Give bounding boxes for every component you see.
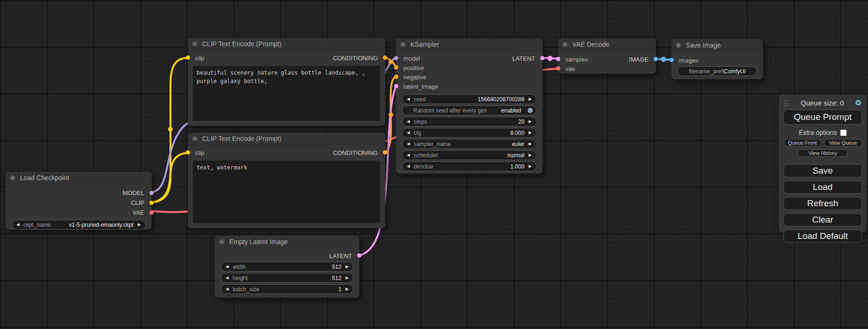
widget-denoise[interactable]: ◀ denoise 1.000 ▶	[402, 161, 536, 171]
input-port-negative[interactable]	[394, 75, 398, 79]
node-title-bar[interactable]: KSampler	[396, 38, 543, 51]
view-queue-button[interactable]: View Queue	[824, 139, 862, 147]
stepper-left-icon[interactable]: ◀	[407, 97, 410, 101]
widget-seed[interactable]: ◀ seed 156680208700286 ▶	[402, 94, 536, 104]
stepper-left-icon[interactable]: ◀	[407, 142, 410, 146]
drag-handle-icon[interactable]	[784, 100, 785, 101]
stepper-left-icon[interactable]: ◀	[226, 287, 229, 291]
node-title-bar[interactable]: Empty Latent Image	[215, 236, 360, 248]
gear-icon[interactable]	[854, 99, 862, 106]
input-port-positive[interactable]	[394, 65, 398, 70]
widget-sampler-name[interactable]: ◀ sampler_name euler ▶	[402, 139, 536, 149]
output-port-vae[interactable]	[149, 210, 154, 215]
prompt-textarea[interactable]: text, watermark	[193, 161, 380, 223]
stepper-right-icon[interactable]: ▶	[529, 97, 532, 101]
input-port-clip[interactable]	[186, 150, 190, 154]
widget-cfg[interactable]: ◀ cfg 8.000 ▶	[402, 128, 536, 138]
widget-width[interactable]: ◀ width 512 ▶	[221, 262, 353, 272]
collapse-dot[interactable]	[192, 136, 197, 141]
output-port-latent[interactable]	[540, 56, 544, 60]
node-title: Load Checkpoint	[20, 174, 69, 182]
output-label-latent: LATENT	[512, 55, 535, 62]
output-port-conditioning[interactable]	[383, 56, 387, 60]
toggle-indicator[interactable]	[528, 108, 533, 113]
queue-front-button[interactable]: Queue Front	[783, 139, 821, 147]
collapse-dot[interactable]	[192, 42, 197, 46]
prompt-textarea[interactable]: beautiful scenery nature glass bottle la…	[193, 66, 380, 121]
node-ksampler[interactable]: KSampler model LATENT positive negative …	[396, 38, 543, 174]
stepper-left-icon[interactable]: ◀	[407, 119, 410, 124]
stepper-right-icon[interactable]: ▶	[529, 142, 532, 146]
output-port-latent[interactable]	[357, 253, 361, 258]
link-dot	[168, 127, 173, 132]
node-title-bar[interactable]: Save Image	[671, 39, 763, 52]
collapse-dot[interactable]	[401, 42, 405, 47]
extra-options-checkbox[interactable]	[840, 130, 847, 136]
node-title-bar[interactable]: CLIP Text Encode (Prompt)	[188, 133, 385, 145]
node-title: Empty Latent Image	[229, 238, 288, 245]
load-button[interactable]: Load	[783, 181, 862, 194]
node-save-image[interactable]: Save Image images filename_prefix ComfyU…	[671, 39, 763, 79]
stepper-right-icon[interactable]: ▶	[529, 131, 532, 135]
input-label-vae: vae	[565, 65, 575, 72]
stepper-left-icon[interactable]: ◀	[407, 164, 410, 168]
output-label-image: IMAGE	[629, 56, 649, 63]
view-history-button[interactable]: View History	[798, 149, 847, 157]
link-dot	[661, 57, 666, 62]
node-clip-text-encode-negative[interactable]: CLIP Text Encode (Prompt) clip CONDITION…	[188, 133, 385, 228]
widget-ckpt-name[interactable]: ◀ ckpt_name v1-5-pruned-emaonly.ckpt ▶	[12, 220, 146, 230]
stepper-right-icon[interactable]: ▶	[346, 276, 349, 280]
widget-height[interactable]: ◀ height 512 ▶	[221, 273, 353, 283]
stepper-right-icon[interactable]: ▶	[529, 164, 532, 168]
node-title-bar[interactable]: Load Checkpoint	[6, 172, 152, 184]
input-port-images[interactable]	[670, 58, 674, 62]
widget-batch-size[interactable]: ◀ batch_size 1 ▶	[221, 284, 353, 294]
node-load-checkpoint[interactable]: Load Checkpoint MODEL CLIP VAE ◀ ckpt_na…	[6, 172, 152, 230]
input-label-model: model	[403, 55, 420, 62]
save-button[interactable]: Save	[783, 164, 862, 177]
output-label-clip: CLIP	[131, 199, 144, 206]
output-port-conditioning[interactable]	[383, 150, 387, 154]
output-port-clip[interactable]	[149, 201, 154, 205]
graph-canvas[interactable]: Load Checkpoint MODEL CLIP VAE ◀ ckpt_na…	[0, 0, 868, 329]
node-title-bar[interactable]: CLIP Text Encode (Prompt)	[188, 38, 385, 50]
clear-button[interactable]: Clear	[783, 213, 862, 226]
collapse-dot[interactable]	[676, 43, 681, 48]
input-port-model[interactable]	[394, 56, 398, 60]
stepper-right-icon[interactable]: ▶	[346, 265, 349, 269]
stepper-left-icon[interactable]: ◀	[226, 265, 229, 269]
stepper-left-icon[interactable]: ◀	[16, 223, 20, 227]
stepper-right-icon[interactable]: ▶	[138, 223, 141, 227]
output-label-conditioning: CONDITIONING	[333, 55, 378, 62]
widget-scheduler[interactable]: ◀ scheduler normal ▶	[402, 150, 536, 160]
input-port-vae[interactable]	[556, 66, 560, 70]
stepper-right-icon[interactable]: ▶	[529, 119, 532, 124]
widget-filename-prefix[interactable]: filename_prefix ComfyUI	[677, 66, 757, 76]
widget-random-seed-toggle[interactable]: Random seed after every gen enabled	[402, 105, 536, 115]
stepper-right-icon[interactable]: ▶	[529, 153, 532, 157]
refresh-button[interactable]: Refresh	[783, 197, 862, 210]
node-empty-latent-image[interactable]: Empty Latent Image LATENT ◀ width 512 ▶ …	[215, 236, 360, 298]
node-title-bar[interactable]: VAE Decode	[558, 38, 656, 51]
input-port-latent-image[interactable]	[394, 84, 398, 88]
node-vae-decode[interactable]: VAE Decode samples IMAGE vae	[558, 38, 656, 74]
collapse-dot[interactable]	[219, 239, 224, 244]
widget-steps[interactable]: ◀ steps 20 ▶	[402, 117, 536, 126]
output-port-image[interactable]	[654, 57, 658, 61]
input-label-negative: negative	[403, 74, 426, 81]
collapse-dot[interactable]	[563, 42, 567, 47]
node-title: Save Image	[686, 42, 721, 49]
node-clip-text-encode-positive[interactable]: CLIP Text Encode (Prompt) clip CONDITION…	[188, 38, 385, 126]
output-port-model[interactable]	[149, 191, 154, 195]
output-label-latent: LATENT	[329, 252, 352, 259]
stepper-left-icon[interactable]: ◀	[226, 276, 229, 280]
load-default-button[interactable]: Load Default	[783, 230, 862, 243]
stepper-left-icon[interactable]: ◀	[407, 153, 410, 157]
input-port-clip[interactable]	[186, 56, 190, 60]
input-label-positive: positive	[403, 64, 424, 71]
stepper-left-icon[interactable]: ◀	[407, 131, 410, 135]
queue-prompt-button[interactable]: Queue Prompt	[783, 110, 862, 125]
stepper-right-icon[interactable]: ▶	[346, 287, 349, 291]
input-port-samples[interactable]	[556, 57, 560, 61]
collapse-dot[interactable]	[10, 175, 15, 180]
